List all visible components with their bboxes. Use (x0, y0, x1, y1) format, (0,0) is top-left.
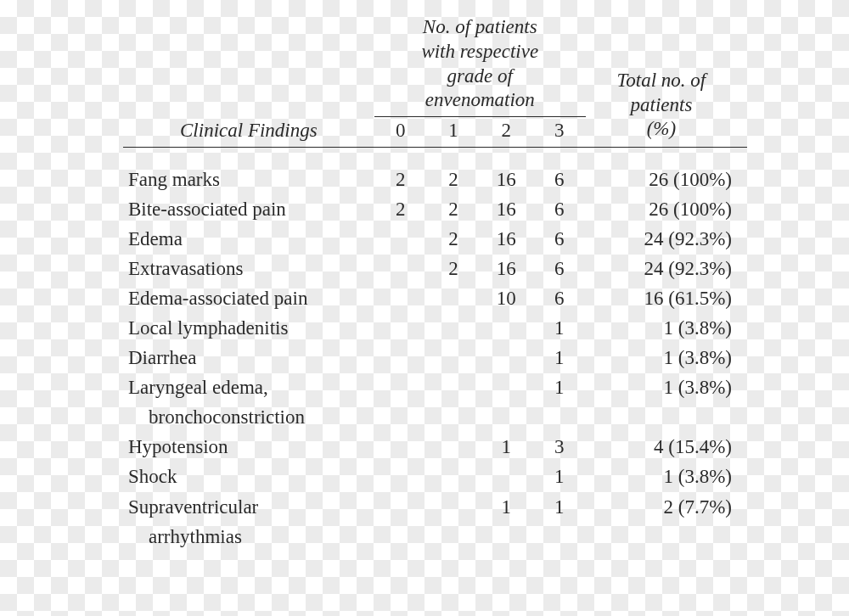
row-total: 24 (92.3%) (586, 224, 747, 254)
row-grade-3: 1 (533, 343, 586, 372)
row-total (586, 402, 747, 432)
row-total (586, 522, 747, 552)
row-grade-0: 2 (374, 194, 427, 224)
row-label: Bite-associated pain (123, 194, 374, 224)
row-grade-0: 2 (374, 148, 427, 195)
table-row: arrhythmias (123, 522, 747, 552)
row-grade-1: 2 (427, 194, 480, 224)
row-grade-0 (374, 224, 427, 254)
row-grade-3: 6 (533, 254, 586, 283)
table-row: Fang marks2216626 (100%) (123, 148, 747, 195)
table-row: Extravasations216624 (92.3%) (123, 254, 747, 283)
row-grade-2: 1 (480, 432, 533, 462)
header-grade-0: 0 (374, 117, 427, 148)
row-grade-0 (374, 313, 427, 343)
row-total: 24 (92.3%) (586, 254, 747, 283)
row-grade-3 (533, 522, 586, 552)
row-label: Diarrhea (123, 343, 374, 372)
header-total: Total no. ofpatients(%) (591, 69, 732, 147)
row-grade-3: 6 (533, 283, 586, 313)
table-row: Hypotension134 (15.4%) (123, 432, 747, 462)
clinical-findings-table: Clinical Findings No. of patientswith re… (123, 15, 747, 552)
row-grade-1 (427, 432, 480, 462)
table-row: Edema-associated pain10616 (61.5%) (123, 283, 747, 313)
row-grade-3: 1 (533, 372, 586, 402)
row-grade-0 (374, 492, 427, 522)
row-grade-1 (427, 283, 480, 313)
row-total: 1 (3.8%) (586, 313, 747, 343)
row-grade-2: 16 (480, 254, 533, 283)
row-grade-0 (374, 402, 427, 432)
row-total: 1 (3.8%) (586, 372, 747, 402)
table-row: Shock11 (3.8%) (123, 462, 747, 491)
row-grade-1 (427, 402, 480, 432)
row-label: Local lymphadenitis (123, 313, 374, 343)
row-grade-2 (480, 522, 533, 552)
row-label: bronchoconstriction (123, 402, 374, 432)
table-row: bronchoconstriction (123, 402, 747, 432)
row-grade-2: 16 (480, 148, 533, 195)
row-grade-0 (374, 372, 427, 402)
row-grade-0 (374, 432, 427, 462)
table-row: Laryngeal edema,11 (3.8%) (123, 372, 747, 402)
row-grade-3: 1 (533, 492, 586, 522)
row-label: Extravasations (123, 254, 374, 283)
row-grade-2 (480, 343, 533, 372)
row-label: Laryngeal edema, (123, 372, 374, 402)
header-grade-1: 1 (427, 117, 480, 148)
row-grade-1: 2 (427, 224, 480, 254)
row-grade-1: 2 (427, 148, 480, 195)
row-grade-3: 1 (533, 313, 586, 343)
row-grade-0 (374, 522, 427, 552)
table-row: Diarrhea11 (3.8%) (123, 343, 747, 372)
row-total: 4 (15.4%) (586, 432, 747, 462)
row-label: Fang marks (123, 148, 374, 195)
row-label: Supraventricular (123, 492, 374, 522)
row-grade-1 (427, 313, 480, 343)
row-label: Hypotension (123, 432, 374, 462)
row-grade-0 (374, 343, 427, 372)
header-grade-2: 2 (480, 117, 533, 148)
row-total: 1 (3.8%) (586, 462, 747, 491)
row-grade-2: 16 (480, 194, 533, 224)
row-total: 1 (3.8%) (586, 343, 747, 372)
row-label: Edema-associated pain (123, 283, 374, 313)
row-grade-3 (533, 402, 586, 432)
row-grade-1 (427, 492, 480, 522)
row-grade-3: 6 (533, 194, 586, 224)
row-label: Shock (123, 462, 374, 491)
row-grade-2: 1 (480, 492, 533, 522)
row-grade-2 (480, 402, 533, 432)
row-grade-2: 10 (480, 283, 533, 313)
row-total: 2 (7.7%) (586, 492, 747, 522)
row-grade-3: 6 (533, 148, 586, 195)
row-grade-3: 3 (533, 432, 586, 462)
row-grade-2 (480, 462, 533, 491)
row-grade-1 (427, 372, 480, 402)
table-row: Edema216624 (92.3%) (123, 224, 747, 254)
row-grade-3: 6 (533, 224, 586, 254)
row-total: 26 (100%) (586, 148, 747, 195)
row-grade-2 (480, 313, 533, 343)
row-grade-1: 2 (427, 254, 480, 283)
row-total: 16 (61.5%) (586, 283, 747, 313)
table-body: Fang marks2216626 (100%)Bite-associated … (123, 148, 747, 552)
header-clinical-findings: Clinical Findings (128, 120, 369, 147)
row-grade-0 (374, 254, 427, 283)
row-grade-0 (374, 283, 427, 313)
row-grade-2: 16 (480, 224, 533, 254)
row-label: arrhythmias (123, 522, 374, 552)
row-grade-3: 1 (533, 462, 586, 491)
row-total: 26 (100%) (586, 194, 747, 224)
table-row: Local lymphadenitis11 (3.8%) (123, 313, 747, 343)
row-grade-1 (427, 343, 480, 372)
table-row: Bite-associated pain2216626 (100%) (123, 194, 747, 224)
table-row: Supraventricular112 (7.7%) (123, 492, 747, 522)
header-grade-3: 3 (533, 117, 586, 148)
header-grade-group: No. of patientswith respectivegrade ofen… (374, 15, 586, 117)
row-label: Edema (123, 224, 374, 254)
row-grade-1 (427, 462, 480, 491)
row-grade-2 (480, 372, 533, 402)
row-grade-1 (427, 522, 480, 552)
row-grade-0 (374, 462, 427, 491)
